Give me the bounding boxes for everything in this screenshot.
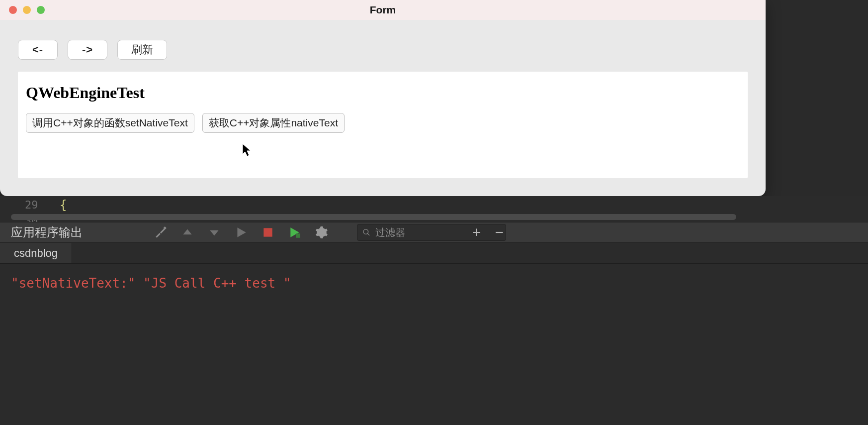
svg-marker-0	[237, 227, 246, 237]
browser-toolbar: <- -> 刷新	[0, 20, 766, 60]
refresh-button[interactable]: 刷新	[117, 40, 167, 60]
output-tabbar: csdnblog	[0, 243, 868, 264]
attach-icon[interactable]	[154, 226, 167, 239]
svg-rect-3	[296, 233, 300, 238]
run-icon[interactable]	[235, 226, 248, 239]
minimize-window-button[interactable]	[23, 6, 31, 14]
form-window: Form <- -> 刷新 QWebEngineTest 调用C++对象的函数s…	[0, 0, 766, 196]
stop-icon[interactable]	[261, 226, 274, 239]
traffic-lights	[0, 6, 45, 14]
webview-pane: QWebEngineTest 调用C++对象的函数setNativeText 获…	[18, 72, 748, 178]
add-pane-icon[interactable]: +	[472, 225, 481, 240]
settings-icon[interactable]	[315, 226, 328, 239]
window-title: Form	[0, 4, 766, 16]
svg-rect-1	[263, 228, 272, 236]
run-debug-icon[interactable]	[288, 226, 301, 239]
page-heading: QWebEngineTest	[26, 84, 740, 102]
maximize-window-button[interactable]	[37, 6, 45, 14]
window-titlebar: Form	[0, 0, 766, 20]
previous-icon[interactable]	[181, 226, 194, 239]
search-icon	[362, 228, 370, 237]
next-icon[interactable]	[208, 226, 221, 239]
get-native-text-button[interactable]: 获取C++对象属性nativeText	[202, 113, 345, 133]
set-native-text-button[interactable]: 调用C++对象的函数setNativeText	[26, 113, 194, 133]
horizontal-scrollbar[interactable]	[11, 214, 736, 220]
output-panel-title: 应用程序输出	[0, 224, 83, 240]
remove-pane-icon[interactable]: −	[495, 225, 504, 240]
code-line: {	[60, 197, 67, 213]
back-button[interactable]: <-	[18, 40, 58, 60]
console-output: "setNativeText:" "JS Call C++ test "	[11, 276, 291, 291]
code-area[interactable]: {	[60, 197, 67, 213]
close-window-button[interactable]	[9, 6, 17, 14]
forward-button[interactable]: ->	[68, 40, 107, 60]
output-panel-header: 应用程序输出	[0, 222, 868, 243]
output-tab-csdnblog[interactable]: csdnblog	[0, 243, 72, 263]
ide-pane: 29 30 { 应用程序输出	[0, 196, 868, 425]
line-number: 29	[25, 197, 38, 213]
